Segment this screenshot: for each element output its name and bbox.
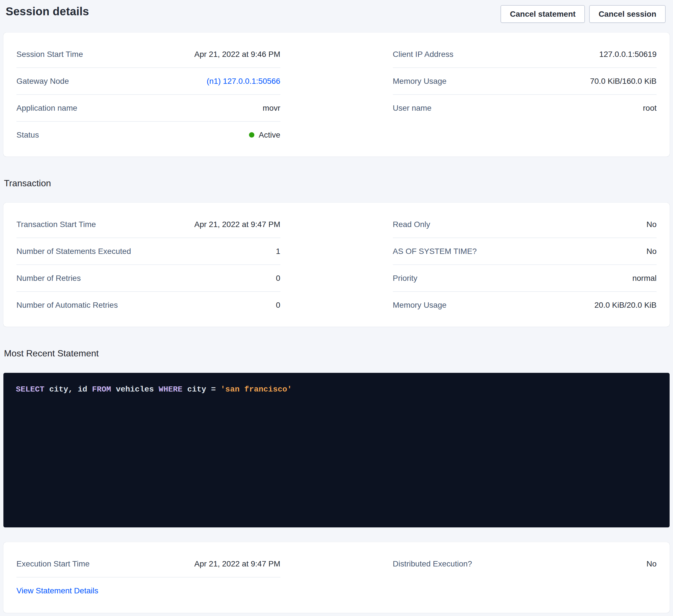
execution-right-column: Distributed Execution? No	[393, 551, 657, 577]
priority-value: normal	[632, 274, 657, 283]
transaction-memory-usage-label: Memory Usage	[393, 300, 447, 310]
as-of-system-time-value: No	[646, 247, 657, 256]
sql-table: vehicles	[116, 385, 159, 394]
user-name-row: User name root	[393, 95, 657, 121]
page-title: Session details	[6, 5, 89, 18]
application-name-value: movr	[263, 103, 280, 113]
session-summary-card: Session Start Time Apr 21, 2022 at 9:46 …	[3, 33, 670, 157]
cancel-session-button[interactable]: Cancel session	[589, 5, 666, 23]
transaction-left-column: Transaction Start Time Apr 21, 2022 at 9…	[16, 211, 280, 318]
session-start-time-value: Apr 21, 2022 at 9:46 PM	[194, 49, 280, 59]
as-of-system-time-label: AS OF SYSTEM TIME?	[393, 247, 477, 256]
transaction-section-heading: Transaction	[3, 178, 670, 189]
client-ip-label: Client IP Address	[393, 49, 453, 59]
transaction-memory-usage-row: Memory Usage 20.0 KiB/20.0 KiB	[393, 292, 657, 318]
status-value: Active	[249, 130, 280, 139]
read-only-label: Read Only	[393, 220, 430, 229]
automatic-retries-row: Number of Automatic Retries 0	[16, 292, 280, 318]
session-memory-usage-label: Memory Usage	[393, 76, 447, 86]
sql-keyword-select: SELECT	[16, 385, 49, 394]
statements-executed-value: 1	[276, 247, 280, 256]
statements-executed-row: Number of Statements Executed 1	[16, 238, 280, 265]
view-statement-details-link[interactable]: View Statement Details	[16, 586, 98, 595]
execution-left-column: Execution Start Time Apr 21, 2022 at 9:4…	[16, 551, 280, 604]
transaction-card: Transaction Start Time Apr 21, 2022 at 9…	[3, 203, 670, 327]
client-ip-row: Client IP Address 127.0.0.1:50619	[393, 41, 657, 68]
user-name-value: root	[643, 103, 657, 113]
transaction-right-column: Read Only No AS OF SYSTEM TIME? No Prior…	[393, 211, 657, 318]
session-start-time-row: Session Start Time Apr 21, 2022 at 9:46 …	[16, 41, 280, 68]
transaction-memory-usage-value: 20.0 KiB/20.0 KiB	[595, 300, 657, 310]
sql-statement-code-block: SELECT city, id FROM vehicles WHERE city…	[3, 373, 670, 527]
distributed-execution-value: No	[646, 559, 657, 568]
client-ip-value: 127.0.0.1:50619	[599, 49, 657, 59]
session-memory-usage-value: 70.0 KiB/160.0 KiB	[590, 76, 657, 86]
number-of-retries-value: 0	[276, 274, 280, 283]
automatic-retries-value: 0	[276, 300, 280, 310]
session-memory-usage-row: Memory Usage 70.0 KiB/160.0 KiB	[393, 68, 657, 95]
transaction-start-time-row: Transaction Start Time Apr 21, 2022 at 9…	[16, 211, 280, 238]
priority-row: Priority normal	[393, 265, 657, 292]
read-only-value: No	[646, 220, 657, 229]
number-of-retries-label: Number of Retries	[16, 274, 81, 283]
statements-executed-label: Number of Statements Executed	[16, 247, 131, 256]
read-only-row: Read Only No	[393, 211, 657, 238]
transaction-start-time-label: Transaction Start Time	[16, 220, 96, 229]
most-recent-statement-heading: Most Recent Statement	[3, 348, 670, 359]
session-start-time-label: Session Start Time	[16, 49, 83, 59]
gateway-node-row: Gateway Node (n1) 127.0.0.1:50566	[16, 68, 280, 95]
session-summary-left-column: Session Start Time Apr 21, 2022 at 9:46 …	[16, 41, 280, 148]
execution-start-time-value: Apr 21, 2022 at 9:47 PM	[194, 559, 280, 568]
as-of-system-time-row: AS OF SYSTEM TIME? No	[393, 238, 657, 265]
automatic-retries-label: Number of Automatic Retries	[16, 300, 118, 310]
distributed-execution-row: Distributed Execution? No	[393, 551, 657, 577]
sql-condition: city =	[187, 385, 221, 394]
view-statement-details-row: View Statement Details	[16, 578, 280, 604]
sql-columns: city, id	[49, 385, 92, 394]
gateway-node-link[interactable]: (n1) 127.0.0.1:50566	[207, 76, 280, 86]
sql-keyword-from: FROM	[92, 385, 116, 394]
number-of-retries-row: Number of Retries 0	[16, 265, 280, 292]
sql-string-literal: 'san francisco'	[221, 385, 292, 394]
page-header: Session details Cancel statement Cancel …	[3, 4, 670, 23]
status-label: Status	[16, 130, 39, 139]
execution-card: Execution Start Time Apr 21, 2022 at 9:4…	[3, 542, 670, 613]
status-active-dot-icon	[249, 132, 254, 137]
execution-start-time-row: Execution Start Time Apr 21, 2022 at 9:4…	[16, 551, 280, 578]
application-name-label: Application name	[16, 103, 77, 113]
execution-start-time-label: Execution Start Time	[16, 559, 89, 568]
user-name-label: User name	[393, 103, 432, 113]
status-text: Active	[259, 130, 280, 139]
priority-label: Priority	[393, 274, 418, 283]
session-summary-right-column: Client IP Address 127.0.0.1:50619 Memory…	[393, 41, 657, 121]
distributed-execution-label: Distributed Execution?	[393, 559, 472, 568]
header-actions: Cancel statement Cancel session	[500, 5, 666, 23]
cancel-statement-button[interactable]: Cancel statement	[500, 5, 585, 23]
transaction-start-time-value: Apr 21, 2022 at 9:47 PM	[194, 220, 280, 229]
status-row: Status Active	[16, 122, 280, 148]
gateway-node-label: Gateway Node	[16, 76, 69, 86]
application-name-row: Application name movr	[16, 95, 280, 122]
sql-keyword-where: WHERE	[159, 385, 187, 394]
